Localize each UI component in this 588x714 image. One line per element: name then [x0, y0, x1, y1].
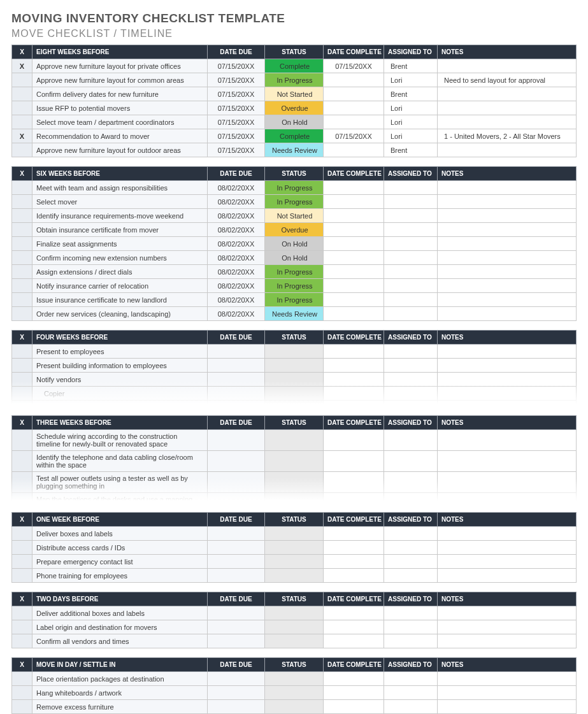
- cell-notes[interactable]: [438, 430, 577, 451]
- cell-notes[interactable]: [438, 373, 577, 387]
- cell-task[interactable]: Present building information to employee…: [32, 359, 208, 373]
- cell-notes[interactable]: [438, 181, 577, 195]
- cell-notes[interactable]: [438, 115, 577, 129]
- cell-task[interactable]: Present to employees: [32, 345, 208, 359]
- cell-x[interactable]: [12, 209, 32, 223]
- cell-x[interactable]: [12, 634, 32, 648]
- cell-assigned[interactable]: [384, 195, 438, 209]
- cell-assigned[interactable]: Brent: [384, 59, 438, 73]
- cell-x[interactable]: [12, 265, 32, 279]
- cell-assigned[interactable]: [384, 620, 438, 634]
- cell-x[interactable]: [12, 307, 32, 321]
- cell-dc[interactable]: [324, 373, 384, 387]
- cell-date[interactable]: [208, 527, 265, 541]
- cell-date[interactable]: [208, 620, 265, 634]
- cell-notes[interactable]: [438, 59, 577, 73]
- cell-x[interactable]: [12, 387, 32, 401]
- cell-task[interactable]: Confirm delivery dates for new furniture: [32, 87, 208, 101]
- cell-notes[interactable]: [438, 143, 577, 157]
- cell-x[interactable]: [12, 620, 32, 634]
- cell-assigned[interactable]: [384, 430, 438, 451]
- cell-x[interactable]: [12, 569, 32, 583]
- cell-status[interactable]: [265, 606, 324, 620]
- cell-x[interactable]: [12, 527, 32, 541]
- cell-assigned[interactable]: [384, 527, 438, 541]
- cell-date[interactable]: 08/02/20XX: [208, 307, 265, 321]
- cell-x[interactable]: [12, 472, 32, 493]
- cell-task[interactable]: Deliver boxes and labels: [32, 527, 208, 541]
- cell-notes[interactable]: [438, 620, 577, 634]
- cell-assigned[interactable]: [384, 359, 438, 373]
- cell-task[interactable]: Remove excess furniture: [32, 700, 208, 714]
- cell-status[interactable]: In Progress: [265, 73, 324, 87]
- cell-date[interactable]: [208, 606, 265, 620]
- cell-x[interactable]: [12, 493, 32, 504]
- cell-status[interactable]: [265, 387, 324, 401]
- cell-x[interactable]: [12, 73, 32, 87]
- cell-date[interactable]: 07/15/20XX: [208, 115, 265, 129]
- cell-status[interactable]: On Hold: [265, 115, 324, 129]
- cell-status[interactable]: [265, 430, 324, 451]
- cell-status[interactable]: In Progress: [265, 265, 324, 279]
- cell-assigned[interactable]: [384, 700, 438, 714]
- cell-assigned[interactable]: [384, 451, 438, 472]
- cell-assigned[interactable]: [384, 307, 438, 321]
- cell-date[interactable]: 08/02/20XX: [208, 265, 265, 279]
- cell-date[interactable]: [208, 686, 265, 700]
- cell-task[interactable]: Obtain insurance certificate from mover: [32, 223, 208, 237]
- cell-x[interactable]: [12, 606, 32, 620]
- cell-dc[interactable]: [324, 143, 384, 157]
- cell-assigned[interactable]: [384, 555, 438, 569]
- cell-task[interactable]: Identify insurance requirements-move wee…: [32, 209, 208, 223]
- cell-status[interactable]: Overdue: [265, 101, 324, 115]
- cell-status[interactable]: [265, 541, 324, 555]
- cell-status[interactable]: Complete: [265, 129, 324, 143]
- cell-notes[interactable]: [438, 401, 577, 407]
- cell-assigned[interactable]: Lori: [384, 101, 438, 115]
- cell-date[interactable]: [208, 541, 265, 555]
- cell-date[interactable]: [208, 373, 265, 387]
- cell-date[interactable]: 08/02/20XX: [208, 223, 265, 237]
- cell-status[interactable]: On Hold: [265, 237, 324, 251]
- cell-assigned[interactable]: Lori: [384, 73, 438, 87]
- cell-dc[interactable]: [324, 279, 384, 293]
- cell-notes[interactable]: [438, 87, 577, 101]
- cell-assigned[interactable]: Brent: [384, 143, 438, 157]
- cell-assigned[interactable]: [384, 223, 438, 237]
- cell-notes[interactable]: [438, 472, 577, 493]
- cell-notes[interactable]: 1 - United Movers, 2 - All Star Movers: [438, 129, 577, 143]
- cell-task[interactable]: Order new services (cleaning, landscapin…: [32, 307, 208, 321]
- cell-notes[interactable]: [438, 634, 577, 648]
- cell-dc[interactable]: [324, 307, 384, 321]
- cell-status[interactable]: In Progress: [265, 195, 324, 209]
- cell-date[interactable]: [208, 569, 265, 583]
- cell-status[interactable]: Not Started: [265, 209, 324, 223]
- cell-task[interactable]: Assign extensions / direct dials: [32, 265, 208, 279]
- cell-dc[interactable]: [324, 195, 384, 209]
- cell-dc[interactable]: [324, 251, 384, 265]
- cell-assigned[interactable]: [384, 606, 438, 620]
- cell-assigned[interactable]: [384, 401, 438, 407]
- cell-status[interactable]: [265, 555, 324, 569]
- cell-date[interactable]: 08/02/20XX: [208, 209, 265, 223]
- cell-dc[interactable]: 07/15/20XX: [324, 59, 384, 73]
- cell-notes[interactable]: [438, 451, 577, 472]
- cell-dc[interactable]: [324, 181, 384, 195]
- cell-notes[interactable]: [438, 307, 577, 321]
- cell-status[interactable]: [265, 634, 324, 648]
- cell-task[interactable]: Phone training for employees: [32, 569, 208, 583]
- cell-status[interactable]: [265, 401, 324, 407]
- cell-date[interactable]: [208, 430, 265, 451]
- cell-date[interactable]: [208, 493, 265, 504]
- cell-notes[interactable]: [438, 195, 577, 209]
- cell-dc[interactable]: [324, 209, 384, 223]
- cell-status[interactable]: Not Started: [265, 87, 324, 101]
- cell-x[interactable]: [12, 672, 32, 686]
- cell-assigned[interactable]: [384, 569, 438, 583]
- cell-task[interactable]: Coffee Service: [32, 401, 208, 407]
- cell-status[interactable]: [265, 527, 324, 541]
- cell-x[interactable]: [12, 143, 32, 157]
- cell-assigned[interactable]: [384, 686, 438, 700]
- cell-x[interactable]: [12, 373, 32, 387]
- cell-task[interactable]: Approve new furniture layout for private…: [32, 59, 208, 73]
